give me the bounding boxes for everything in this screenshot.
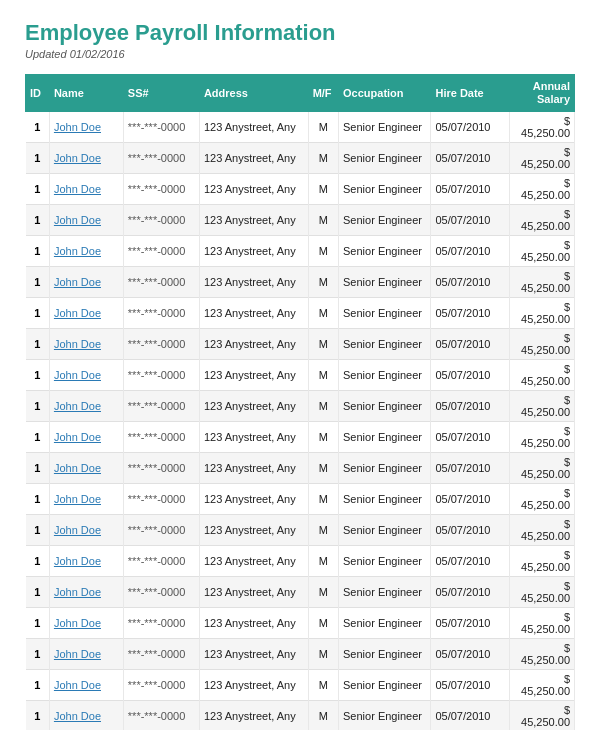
cell-id: 1 [26,701,50,730]
cell-name[interactable]: John Doe [49,143,123,174]
cell-name[interactable]: John Doe [49,484,123,515]
cell-salary: $ 45,250.00 [509,701,574,730]
cell-salary: $ 45,250.00 [509,670,574,701]
cell-name[interactable]: John Doe [49,546,123,577]
cell-mf: M [308,422,338,453]
col-header-hiredate: Hire Date [431,75,509,112]
cell-mf: M [308,670,338,701]
table-row: 1 John Doe ***-***-0000 123 Anystreet, A… [26,143,575,174]
cell-address: 123 Anystreet, Any [199,143,308,174]
cell-ss: ***-***-0000 [123,298,199,329]
cell-hiredate: 05/07/2010 [431,391,509,422]
cell-salary: $ 45,250.00 [509,484,574,515]
cell-name[interactable]: John Doe [49,577,123,608]
cell-ss: ***-***-0000 [123,329,199,360]
cell-name[interactable]: John Doe [49,422,123,453]
cell-id: 1 [26,639,50,670]
cell-mf: M [308,143,338,174]
cell-id: 1 [26,670,50,701]
cell-occupation: Senior Engineer [339,329,431,360]
cell-name[interactable]: John Doe [49,391,123,422]
cell-name[interactable]: John Doe [49,236,123,267]
cell-occupation: Senior Engineer [339,298,431,329]
cell-salary: $ 45,250.00 [509,329,574,360]
cell-salary: $ 45,250.00 [509,546,574,577]
cell-id: 1 [26,422,50,453]
cell-id: 1 [26,329,50,360]
cell-name[interactable]: John Doe [49,701,123,730]
table-row: 1 John Doe ***-***-0000 123 Anystreet, A… [26,298,575,329]
table-row: 1 John Doe ***-***-0000 123 Anystreet, A… [26,205,575,236]
cell-name[interactable]: John Doe [49,267,123,298]
cell-name[interactable]: John Doe [49,670,123,701]
cell-address: 123 Anystreet, Any [199,422,308,453]
cell-mf: M [308,391,338,422]
cell-ss: ***-***-0000 [123,453,199,484]
cell-salary: $ 45,250.00 [509,112,574,143]
cell-mf: M [308,577,338,608]
cell-name[interactable]: John Doe [49,608,123,639]
cell-salary: $ 45,250.00 [509,205,574,236]
cell-ss: ***-***-0000 [123,639,199,670]
cell-name[interactable]: John Doe [49,360,123,391]
cell-address: 123 Anystreet, Any [199,391,308,422]
cell-address: 123 Anystreet, Any [199,608,308,639]
cell-hiredate: 05/07/2010 [431,174,509,205]
cell-salary: $ 45,250.00 [509,174,574,205]
cell-name[interactable]: John Doe [49,298,123,329]
table-row: 1 John Doe ***-***-0000 123 Anystreet, A… [26,546,575,577]
cell-hiredate: 05/07/2010 [431,267,509,298]
cell-occupation: Senior Engineer [339,236,431,267]
cell-hiredate: 05/07/2010 [431,236,509,267]
cell-occupation: Senior Engineer [339,205,431,236]
cell-name[interactable]: John Doe [49,515,123,546]
cell-name[interactable]: John Doe [49,639,123,670]
cell-salary: $ 45,250.00 [509,453,574,484]
cell-address: 123 Anystreet, Any [199,112,308,143]
cell-hiredate: 05/07/2010 [431,329,509,360]
col-header-address: Address [199,75,308,112]
col-header-id: ID [26,75,50,112]
cell-name[interactable]: John Doe [49,174,123,205]
cell-mf: M [308,515,338,546]
cell-id: 1 [26,267,50,298]
cell-name[interactable]: John Doe [49,205,123,236]
cell-ss: ***-***-0000 [123,515,199,546]
table-row: 1 John Doe ***-***-0000 123 Anystreet, A… [26,608,575,639]
cell-id: 1 [26,608,50,639]
cell-name[interactable]: John Doe [49,329,123,360]
cell-mf: M [308,205,338,236]
table-row: 1 John Doe ***-***-0000 123 Anystreet, A… [26,267,575,298]
cell-mf: M [308,484,338,515]
page-title: Employee Payroll Information [25,20,575,46]
cell-mf: M [308,329,338,360]
cell-hiredate: 05/07/2010 [431,701,509,730]
cell-salary: $ 45,250.00 [509,515,574,546]
cell-occupation: Senior Engineer [339,608,431,639]
cell-mf: M [308,236,338,267]
cell-name[interactable]: John Doe [49,112,123,143]
col-header-mf: M/F [308,75,338,112]
cell-occupation: Senior Engineer [339,453,431,484]
cell-id: 1 [26,298,50,329]
cell-salary: $ 45,250.00 [509,360,574,391]
cell-occupation: Senior Engineer [339,515,431,546]
cell-ss: ***-***-0000 [123,112,199,143]
table-row: 1 John Doe ***-***-0000 123 Anystreet, A… [26,515,575,546]
cell-mf: M [308,546,338,577]
cell-id: 1 [26,484,50,515]
cell-occupation: Senior Engineer [339,391,431,422]
cell-name[interactable]: John Doe [49,453,123,484]
cell-address: 123 Anystreet, Any [199,236,308,267]
table-row: 1 John Doe ***-***-0000 123 Anystreet, A… [26,422,575,453]
cell-occupation: Senior Engineer [339,577,431,608]
cell-hiredate: 05/07/2010 [431,639,509,670]
cell-id: 1 [26,112,50,143]
table-row: 1 John Doe ***-***-0000 123 Anystreet, A… [26,453,575,484]
cell-address: 123 Anystreet, Any [199,453,308,484]
cell-mf: M [308,360,338,391]
cell-hiredate: 05/07/2010 [431,608,509,639]
cell-ss: ***-***-0000 [123,143,199,174]
cell-occupation: Senior Engineer [339,143,431,174]
cell-mf: M [308,298,338,329]
